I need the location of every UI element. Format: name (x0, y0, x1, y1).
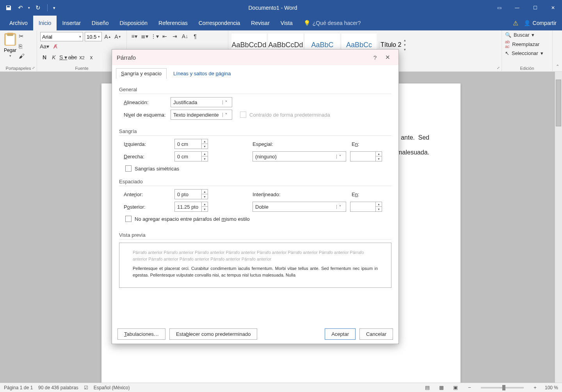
zoom-slider-thumb[interactable] (502, 385, 505, 390)
spin-up-icon[interactable]: ▲ (376, 152, 382, 156)
shrink-font-icon[interactable]: A▼ (114, 32, 122, 41)
format-painter-icon[interactable]: 🖌 (19, 53, 25, 59)
superscript-button[interactable]: x (87, 53, 96, 62)
increase-indent-icon[interactable]: ⇥ (171, 32, 179, 41)
status-language[interactable]: Español (México) (94, 385, 130, 390)
tab-view[interactable]: Vista (275, 16, 298, 30)
after-spinner[interactable]: 11.25 pto ▲▼ (174, 202, 208, 212)
change-case-icon[interactable]: Aa▾ (40, 42, 49, 51)
chevron-down-icon: ˅ (222, 113, 229, 117)
status-page[interactable]: Página 1 de 1 (4, 385, 33, 390)
font-size-combo[interactable]: 10.5 ▾ (85, 32, 102, 41)
spin-down-icon[interactable]: ▼ (202, 207, 208, 211)
tell-me-search[interactable]: 💡 ¿Qué desea hacer? (298, 20, 361, 26)
zoom-slider[interactable] (481, 387, 524, 388)
undo-dropdown-icon[interactable]: ▾ (28, 6, 30, 10)
styles-gallery-expand[interactable]: ▴▾▾ (404, 38, 406, 51)
dialog-help-button[interactable]: ? (369, 54, 381, 61)
zoom-level[interactable]: 100 % (545, 385, 558, 390)
minimize-button[interactable]: — (508, 0, 526, 16)
redo-icon[interactable]: ↻ (34, 4, 42, 12)
vertical-scrollbar[interactable] (555, 72, 562, 383)
tab-home[interactable]: Inicio (33, 16, 57, 30)
tabs-button[interactable]: Tabulaciones… (117, 328, 165, 340)
italic-button[interactable]: K (50, 53, 58, 62)
tab-line-breaks[interactable]: Líneas y saltos de página (168, 68, 236, 79)
outline-combo[interactable]: Texto independiente ˅ (171, 110, 232, 120)
clear-format-icon[interactable]: A̸ (51, 42, 60, 51)
select-button[interactable]: ↖Seleccionar ▾ (505, 50, 549, 56)
spin-up-icon[interactable]: ▲ (376, 202, 382, 207)
spin-down-icon[interactable]: ▼ (202, 156, 208, 161)
collapse-ribbon-icon[interactable]: ⌃ (553, 30, 562, 71)
view-web-icon[interactable]: ▣ (451, 385, 460, 390)
dialog-close-button[interactable]: ✕ (381, 54, 394, 61)
cancel-button[interactable]: Cancelar (359, 328, 393, 340)
at-spinner[interactable]: ▲▼ (350, 202, 382, 212)
linespacing-combo[interactable]: Doble ˅ (253, 202, 346, 212)
indent-left-spinner[interactable]: 0 cm ▲▼ (174, 139, 208, 149)
close-button[interactable]: ✕ (544, 0, 562, 16)
bold-button[interactable]: N (40, 53, 49, 62)
section-preview: Vista previa (119, 232, 391, 239)
warning-icon[interactable]: ⚠ (513, 20, 518, 27)
spin-up-icon[interactable]: ▲ (202, 190, 208, 194)
tab-design[interactable]: Diseño (86, 16, 114, 30)
no-add-space-checkbox[interactable]: No agregar espacio entre párrafos del mi… (125, 216, 391, 222)
alignment-combo[interactable]: Justificada ˅ (171, 97, 232, 107)
paste-dropdown-icon[interactable]: ▾ (9, 54, 11, 58)
paste-button[interactable]: Pegar ▾ (3, 32, 17, 59)
set-default-button[interactable]: Establecer como predeterminado (169, 328, 258, 340)
spin-down-icon[interactable]: ▼ (376, 207, 382, 211)
tab-mailings[interactable]: Correspondencia (193, 16, 246, 30)
scrollbar-thumb[interactable] (556, 80, 561, 126)
tab-file[interactable]: Archivo (4, 16, 33, 30)
save-icon[interactable] (5, 4, 12, 12)
tab-references[interactable]: Referencias (153, 16, 193, 30)
ok-button[interactable]: Aceptar (325, 328, 356, 340)
spin-down-icon[interactable]: ▼ (202, 194, 208, 199)
tab-layout[interactable]: Disposición (114, 16, 153, 30)
ribbon-display-icon[interactable]: ▭ (490, 0, 508, 16)
undo-icon[interactable]: ↶ (16, 4, 24, 12)
mirror-indent-checkbox[interactable]: Sangrías simétricas (125, 165, 391, 172)
spin-down-icon[interactable]: ▼ (376, 156, 382, 161)
maximize-button[interactable]: ☐ (526, 0, 544, 16)
underline-button[interactable]: S ▾ (59, 53, 68, 62)
indent-right-spinner[interactable]: 0 cm ▲▼ (174, 151, 208, 161)
view-read-icon[interactable]: ▤ (423, 385, 432, 390)
tab-insert[interactable]: Insertar (57, 16, 86, 30)
decrease-indent-icon[interactable]: ⇤ (160, 32, 169, 41)
zoom-out-button[interactable]: − (465, 385, 474, 390)
numbering-icon[interactable]: ≣▾ (140, 32, 149, 41)
bullets-icon[interactable]: ≡▾ (130, 32, 139, 41)
status-wordcount[interactable]: 90 de 436 palabras (38, 385, 78, 390)
before-spinner[interactable]: 0 pto ▲▼ (174, 189, 208, 199)
strikethrough-button[interactable]: abc (68, 53, 77, 62)
spin-up-icon[interactable]: ▲ (202, 139, 208, 144)
font-name-combo[interactable]: Arial ▾ (40, 32, 83, 41)
tab-indent-spacing[interactable]: SSangría y espacioangría y espacio (116, 68, 167, 79)
show-marks-icon[interactable]: ¶ (191, 32, 199, 41)
spellcheck-icon[interactable]: ☑ (84, 385, 88, 390)
noadd-label: No agregar espacio entre párrafos del mi… (135, 216, 250, 222)
sort-icon[interactable]: A↓ (181, 32, 189, 41)
spin-up-icon[interactable]: ▲ (202, 152, 208, 156)
grow-font-icon[interactable]: A▲ (103, 32, 112, 41)
spin-up-icon[interactable]: ▲ (202, 202, 208, 207)
tab-review[interactable]: Revisar (245, 16, 275, 30)
copy-icon[interactable]: ⎘ (19, 43, 25, 50)
view-print-icon[interactable]: ▦ (437, 385, 446, 390)
replace-button[interactable]: abacReemplazar (505, 39, 549, 49)
special-indent-combo[interactable]: (ninguno) ˅ (253, 151, 346, 161)
cut-icon[interactable]: ✂ (19, 33, 25, 40)
clipboard-dialog-launcher[interactable]: ⤢ (32, 66, 35, 70)
subscript-button[interactable]: x2 (78, 53, 86, 62)
zoom-in-button[interactable]: + (531, 385, 539, 390)
share-button[interactable]: 👤 Compartir (524, 20, 557, 26)
find-button[interactable]: 🔍Buscar ▾ (505, 32, 549, 38)
indent-by-spinner[interactable]: ▲▼ (350, 151, 382, 161)
styles-dialog-launcher[interactable]: ⤢ (497, 66, 500, 70)
spin-down-icon[interactable]: ▼ (202, 144, 208, 149)
multilevel-icon[interactable]: ⋮▾ (150, 32, 159, 41)
